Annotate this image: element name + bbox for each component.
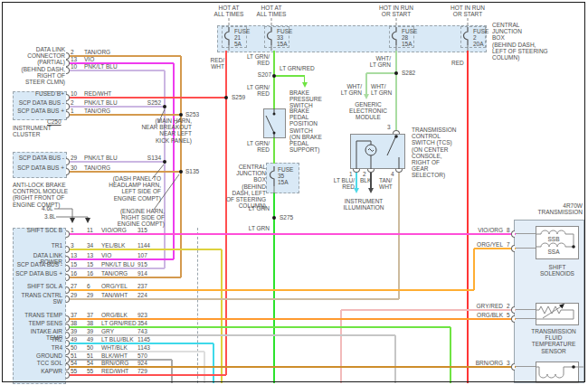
splice-dot [179, 170, 183, 174]
pcm-pin-46l: 15 [71, 261, 84, 268]
pcm-row-label: SHIFT SOL B [14, 227, 62, 233]
pcm-circuit-number: 914 [138, 270, 161, 277]
pcm-row-label: KAPWR [14, 368, 62, 374]
abs-mod-pin-number: 29 [71, 155, 83, 161]
pcm-wire-color: LT GRN/RED [101, 320, 138, 326]
shift-solenoids-label: SHIFT SOLENOIDS [536, 264, 579, 277]
trans-pin-number: 8 [507, 227, 516, 233]
wire-label-ltgrnred-branch: LT GRN/RED [280, 65, 321, 71]
pcm-circuit-number: 1143 [138, 344, 161, 351]
transmission-title: 4R70W TRANSMISSION [503, 202, 583, 215]
fuse-hot-label-3: HOT IN RUN OR START [442, 5, 493, 17]
pcm-pin-38l: 6 [87, 283, 100, 289]
tfts-label: TRANSMISSION FLUID TEMPERATURE SENSOR [524, 328, 583, 354]
pcm-wire-color: PNK/LT BLU [101, 261, 138, 268]
pcm-row-label: TR4 [14, 344, 62, 351]
wire-label-blk: BLK [360, 177, 375, 183]
pcm-circuit-number: 1145 [138, 336, 161, 343]
pcm-wire-color: VIO [101, 252, 138, 258]
pcm-pin-38l: 50 [87, 344, 100, 351]
pcm-pin-38l: 29 [87, 292, 100, 298]
pcm-pin-46l: 1 [71, 227, 84, 233]
pcm-wire-color: WHT/BLK [101, 344, 138, 351]
pcm-pin-46l: 49 [71, 336, 84, 343]
abs-module-label: ANTI-LOCK BRAKE CONTROL MODULE (RIGHT FR… [13, 182, 78, 208]
splice-dot [163, 105, 166, 108]
hot-feed-leads [229, 18, 468, 25]
abs-mod-row-label: SCP DATA BUS + [14, 164, 64, 171]
wire-arrow [364, 94, 369, 99]
pcm-pin-38l: 15 [87, 261, 100, 268]
pcm-pin-46l: 37 [71, 312, 84, 318]
pcm-wire-color: TAN/ORG [101, 270, 138, 277]
pcm-pin-46l: 38 [71, 320, 84, 326]
pcm-wire-color: TAN/WHT [101, 292, 138, 298]
fuse-hot-label-1: HOT AT ALL TIMES [246, 5, 297, 17]
ic-pin-number: 2 [71, 99, 83, 106]
tcs-pin-3: 3 [387, 124, 394, 130]
dlc-pin-number: 10 [71, 63, 83, 70]
fuse-label-3: FUSE 2 20A [473, 28, 493, 48]
pcm-pin-38l: 13 [87, 252, 100, 258]
ic-row-label: SCP DATA BUS - [14, 99, 64, 106]
dash-harn-note: (DASH PANEL TO HEADLAMP HARN, LEFT SIDE … [83, 175, 161, 202]
pcm-circuit-number: 743 [138, 328, 161, 334]
wire-label-ltgrnred-1: LT GRN/ RED [241, 53, 270, 66]
pcm-pin-38l: 38 [87, 320, 100, 326]
pcm-pin-38l: 16 [87, 270, 100, 277]
pcm-pin-38l: 11 [87, 227, 100, 233]
dlc-wire-color: TAN/ORG [84, 49, 124, 55]
pcm-row-label: SCP DATA BUS + [14, 270, 62, 277]
pcm-circuit-number: 1144 [138, 242, 161, 249]
pcm-row-label: TRANS CNTRL SW [14, 292, 62, 305]
pcm-pin-46l: 39 [71, 328, 84, 334]
abs-mod-row-label: SCP DATA BUS - [14, 155, 64, 161]
abs-mod-wire-color: PNK/LT BLU [84, 155, 124, 161]
instrument-illumination-label: INSTRUMENT ILLUMINATION [327, 198, 400, 211]
wire-label-tanwht: TAN/ WHT [379, 177, 399, 190]
wire-label-ltgrnred-3: LT GRN/ RED [239, 140, 270, 153]
pcm-wire-color: ORG/YEL [101, 283, 138, 289]
wire-label-red: RED [451, 60, 469, 66]
pcm-circuit-number: 224 [138, 292, 161, 298]
brake-pedal-switch-internals [266, 108, 274, 138]
splice-s282: S282 [402, 70, 422, 76]
pcm-circuit-number: 354 [138, 320, 161, 326]
pcm-wire-color: BRN/ORG [101, 360, 138, 366]
ic-pin-number: 10 [71, 90, 83, 97]
pcm-pin-38l: 37 [87, 312, 100, 318]
trans-wire-color: ORG/BLK [465, 312, 503, 318]
pcm-pin-46l: 16 [71, 270, 84, 277]
fuse-label-1: FUSE 33 15A [277, 28, 297, 48]
ic-pin-number: 1 [71, 108, 83, 114]
gem-label: GENERIC ELECTRONIC MODULE [342, 101, 394, 121]
fuse-35-label: FUSE 35 15A [278, 166, 299, 186]
pcm-circuit-number: 915 [138, 261, 161, 268]
pcm-row-label: GROUND [14, 352, 62, 359]
abs-mod-wire-color: TAN/ORG [84, 164, 124, 171]
pcm-pin-46l: 51 [71, 352, 84, 359]
ic-wire-color: RED/WHT [84, 90, 124, 97]
wire-arrow [302, 82, 308, 88]
wire-label-whtltgrn-2: WHT/ LT GRN [335, 83, 362, 96]
trans-pin-number: 5 [507, 312, 516, 318]
wire-label-ltblured: LT BLU/ RED [327, 177, 355, 190]
pcm-circuit-number: 570 [138, 352, 161, 359]
pcm-pin-46l: 27 [71, 283, 84, 289]
pcm-circuit-number: 315 [138, 227, 161, 233]
dlc-wire-color: VIO [84, 56, 124, 62]
connector-c250: C250 [47, 118, 67, 125]
trans-wire-color: BRN/ORG [465, 360, 503, 366]
trans-wire-color: ORG/YEL [465, 241, 503, 248]
pcm-pin-46l: 29 [71, 292, 84, 298]
wiring-diagram: DATA LINK CONNECTOR (PARTIAL) (BEHIND DA… [0, 0, 588, 385]
splice-s275: S275 [280, 214, 299, 221]
tcs-internals [356, 136, 399, 169]
trans-pin-number: 3 [507, 360, 516, 366]
brake-pressure-switch-label: BRAKE PRESSURE SWITCH [289, 89, 329, 109]
splice-dot [179, 113, 183, 117]
splice-dot [394, 71, 398, 75]
splice-dot [272, 216, 276, 220]
dlc-pin-number: 13 [71, 56, 83, 62]
cjb1-label: CENTRAL JUNCTION BOX (BEHIND DASH, LEFT … [492, 22, 568, 61]
